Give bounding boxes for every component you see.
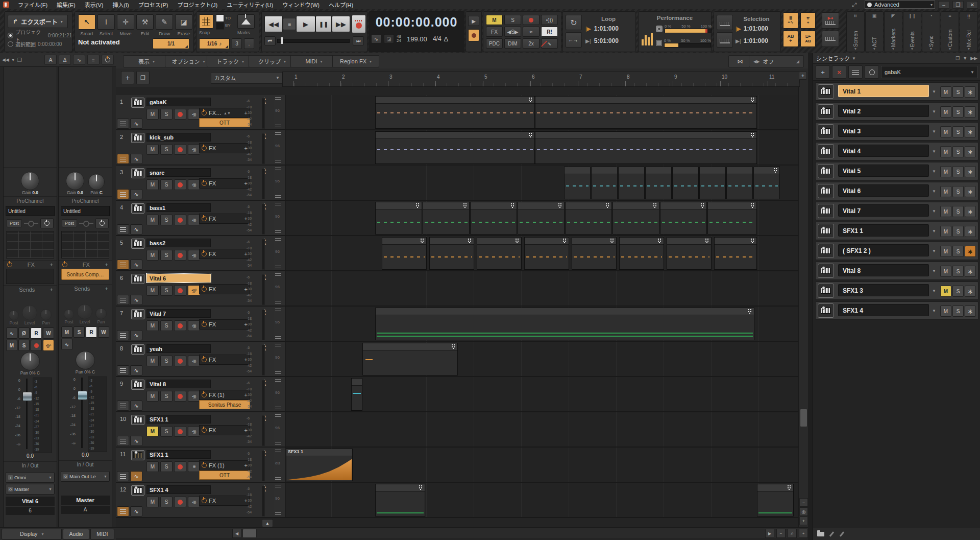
midi-track-icon[interactable] [131, 415, 144, 425]
synth-freeze-button[interactable]: ∗ [965, 206, 976, 217]
track-header-6[interactable]: 6Vital 6▲▲MS•)))ᴬFX+∿-6-18-30-42-54 [116, 271, 274, 307]
fx-power-icon[interactable] [202, 216, 207, 221]
track-mute-button[interactable]: M [146, 356, 159, 366]
add-track-button[interactable]: + [121, 71, 134, 84]
clip-header[interactable] [423, 202, 469, 209]
lanes-icon[interactable] [117, 224, 129, 234]
output-dropdown[interactable]: OMaster▼ [6, 484, 55, 495]
add-fx-icon[interactable]: + [105, 262, 108, 268]
properties-button[interactable] [848, 65, 863, 79]
tool-smart-button[interactable]: ↖ [78, 14, 95, 30]
clip[interactable] [726, 167, 753, 199]
track-arm-button[interactable] [174, 356, 186, 366]
radio-icon[interactable] [8, 41, 13, 47]
lanes-icon[interactable] [117, 154, 129, 164]
snap-button[interactable] [199, 14, 213, 29]
collapsed-module-sync[interactable]: ◔Sync▼ [922, 11, 940, 52]
synth-icon[interactable] [818, 244, 834, 258]
tool-move-button[interactable]: ✛ [117, 14, 134, 30]
automation-icon[interactable]: ∿ [130, 506, 142, 516]
clip[interactable] [618, 167, 645, 199]
track-fx-bin[interactable]: FX+ [199, 214, 250, 224]
synth-solo-button[interactable]: S [952, 146, 964, 157]
fader-track[interactable] [22, 378, 31, 453]
clip-header[interactable] [471, 202, 517, 209]
synth-row-7[interactable]: Vital 7▼MS∗ [815, 202, 978, 220]
waveform-tab-button[interactable]: ∿ [73, 55, 85, 65]
track-header-5[interactable]: 5bass2▲▲MS•)))FX+∿-6-18-30-42-54 [116, 236, 274, 271]
clip[interactable] [351, 378, 362, 411]
metronome-tab-button[interactable]: Δ [59, 55, 71, 65]
midi-track-icon[interactable] [131, 239, 144, 249]
chevron-down-icon[interactable]: ▼ [932, 269, 936, 273]
record-button[interactable] [352, 15, 366, 33]
waveform-preview-button[interactable]: ∿ [6, 327, 17, 339]
synth-freeze-button[interactable]: ∗ [965, 186, 976, 197]
automation-icon[interactable]: ∿ [130, 401, 142, 411]
synth-icon[interactable] [818, 284, 834, 298]
insert-synth-button[interactable]: + [816, 65, 830, 79]
clip[interactable] [699, 167, 726, 199]
clip[interactable] [672, 167, 699, 199]
clip-header[interactable] [376, 97, 534, 104]
fx-plugin-chip[interactable]: OTT [199, 118, 250, 127]
punch-toggle-button[interactable]: ⌐¬ [566, 32, 582, 48]
track-lane-8[interactable]: 96 [274, 342, 799, 377]
synth-freeze-button[interactable]: ∗ [965, 126, 976, 137]
track-arm-button[interactable] [174, 426, 186, 437]
mix-dim-button[interactable]: DIM [504, 38, 521, 49]
position-slider-thumb[interactable] [281, 37, 283, 44]
synth-icon[interactable] [818, 164, 834, 178]
name-display-button[interactable]: A [44, 55, 57, 65]
chevron-down-icon[interactable]: ▼ [932, 109, 936, 114]
collapsed-module-act[interactable]: ▣ACT▼ [865, 11, 884, 52]
arm-button[interactable] [31, 340, 42, 351]
lanes-icon[interactable] [117, 365, 129, 375]
clip[interactable] [572, 237, 617, 270]
vertical-scrollbar[interactable]: − ◎ + [798, 87, 808, 527]
synth-row-11[interactable]: SFX1 3▼MS∗ [815, 281, 978, 300]
selection-start[interactable]: 1:01:000 [744, 25, 768, 32]
track-arm-button[interactable] [174, 461, 186, 472]
audio-track-icon[interactable] [131, 450, 144, 460]
automation-icon[interactable]: ∿ [130, 154, 142, 164]
scroll-left-button[interactable]: ◀ [232, 529, 241, 538]
track-mute-button[interactable]: M [146, 320, 159, 331]
synth-freeze-button[interactable]: ∗ [965, 286, 976, 297]
synth-mute-button[interactable]: M [940, 86, 951, 98]
strip-track-name[interactable]: Vital 6 [6, 497, 55, 506]
pan-knob[interactable] [88, 174, 105, 190]
track-header-7[interactable]: 7Vital 7▲▲MS•)))FX+∿-6-18-30-42-54 [116, 307, 274, 342]
track-arm-button[interactable] [174, 320, 186, 331]
chevron-down-icon[interactable]: ▼ [932, 309, 936, 313]
synth-name[interactable]: Vital 3 [838, 125, 929, 137]
tv-menu-MIDI[interactable]: MIDI▾ [290, 55, 337, 67]
synth-row-12[interactable]: SFX1 4▼MS∗ [815, 301, 978, 320]
chevron-down-icon[interactable]: ▼ [932, 229, 936, 233]
add-send-icon[interactable]: + [105, 286, 108, 292]
clip-header[interactable] [525, 238, 569, 245]
synth-icon[interactable] [818, 264, 834, 278]
track-solo-button[interactable]: S [160, 320, 173, 331]
add-fx-icon[interactable]: + [50, 262, 53, 268]
synth-name[interactable]: Vital 4 [838, 145, 929, 157]
synth-solo-button[interactable]: S [952, 286, 964, 297]
track-input-echo-button[interactable]: •))) [188, 426, 200, 437]
fade-mode-dropdown[interactable]: ◀▶オフ◢ [749, 55, 804, 67]
synth-mute-button[interactable]: M [940, 246, 951, 257]
tv-menu-Region FX[interactable]: Region FX▾ [332, 55, 379, 67]
marks-button[interactable] [237, 14, 255, 29]
track-solo-button[interactable]: S [160, 285, 173, 296]
track-name[interactable]: SFX1 1 [146, 450, 211, 459]
synth-row-8[interactable]: SFX1 1▼MS∗ [815, 222, 978, 240]
clip-header[interactable] [352, 379, 362, 386]
synth-mute-button[interactable]: M [940, 186, 951, 197]
clip-header[interactable] [430, 238, 474, 245]
collapse-right-icon[interactable]: ▶▶ [970, 56, 977, 61]
zoom-in-v-button[interactable]: + [799, 516, 808, 525]
vscroll-thumb[interactable] [800, 409, 807, 427]
clip[interactable] [619, 237, 664, 270]
menu-item-ウィンドウ[interactable]: ウィンドウ(W) [278, 0, 324, 10]
menu-item-ユーティリティ[interactable]: ユーティリティ(U) [222, 0, 278, 10]
tempo-display[interactable]: 199.00 [404, 35, 430, 43]
